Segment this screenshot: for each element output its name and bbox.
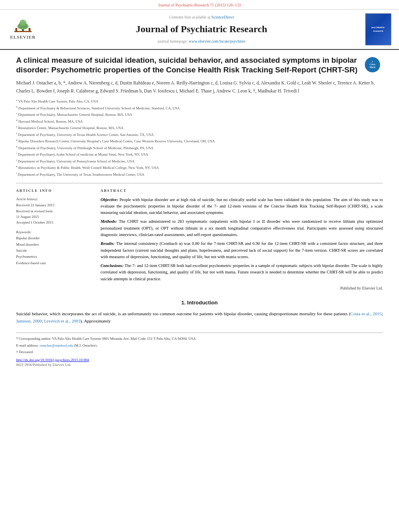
keyword-1: Bipolar disorder [16, 235, 93, 241]
footnote-deceased: † Deceased. [16, 349, 383, 355]
crossmark-badge: ✓CrossMark [365, 57, 380, 72]
affiliation-j: j Department of Psychiatry, University o… [16, 158, 383, 164]
section-title: Introduction [187, 300, 218, 306]
sciencedirect-anchor[interactable]: ScienceDirect [211, 15, 234, 19]
keyword-2: Mood disorders [16, 242, 93, 248]
doi-line: http://dx.doi.org/10.1016/j.jpsychires.2… [16, 357, 383, 363]
keywords-title: Keywords: [16, 230, 93, 235]
revised-label: Received in revised form [16, 208, 93, 214]
methods-text: The CHRT was administered to 283 symptom… [101, 219, 383, 237]
affiliation-h: h Department of Psychiatry, University o… [16, 145, 383, 151]
affiliation-c: c Department of Psychiatry, Massachusett… [16, 111, 383, 118]
methods-label: Methods: [101, 219, 117, 224]
conclusions-label: Conclusions: [101, 263, 123, 268]
affiliation-b: b Department of Psychiatry & Behavioral … [16, 105, 383, 111]
affiliation-d: d Harvard Medical School, Boston, MA, US… [16, 118, 383, 125]
elsevier-label: ELSEVIER [10, 34, 36, 40]
journal-bar: Journal of Psychiatric Research 71 (2015… [0, 0, 399, 10]
affiliation-k: k Biostatistics in Psychiatry & Public H… [16, 164, 383, 171]
abstract-results: Results: The internal consistency (Cronb… [101, 240, 383, 260]
keyword-4: Psychometrics [16, 254, 93, 260]
accepted-date: Accepted 1 October 2015 [16, 220, 93, 225]
affiliation-i: i Department of Psychiatry, Icahn School… [16, 151, 383, 158]
article-title-section: A clinical measure of suicidal ideation,… [16, 55, 383, 75]
affiliation-g: g Bipolar Disorders Research Center, Uni… [16, 138, 383, 144]
objective-label: Objective: [101, 197, 118, 202]
introduction-section: 1. Introduction Suicidal behavior, which… [16, 299, 383, 325]
abstract-objective: Objective: People with bipolar disorder … [101, 197, 383, 216]
article-info-column: ARTICLE INFO Article history: Received 2… [16, 188, 93, 291]
crossmark-icon: ✓CrossMark [370, 61, 376, 69]
sciencedirect-link: Contents lists available at ScienceDirec… [45, 14, 358, 20]
footnotes-section: * Corresponding author. VA Palo Alto Hea… [16, 333, 383, 368]
keywords-list: Bipolar disorder Mood disorders Suicide … [16, 235, 93, 266]
journal-header: ELSEVIER Contents lists available at Sci… [0, 10, 399, 50]
affiliation-e: e Biostatistics Center, Massachusetts Ge… [16, 125, 383, 131]
svg-rect-7 [14, 31, 31, 32]
journal-homepage-line: journal homepage: www.elsevier.com/locat… [45, 39, 358, 44]
introduction-text: Suicidal behavior, which incorporates th… [16, 310, 383, 325]
authors-list: Michael J. Ostacher a, b, *, Andrew A. N… [16, 79, 383, 95]
tree-svg-icon [13, 18, 33, 33]
elsevier-logo-section: ELSEVIER [5, 13, 41, 46]
revised-date: 11 August 2015 [16, 214, 93, 220]
affiliation-a: a VA Palo Alto Health Care System, Palo … [16, 98, 383, 105]
svg-point-4 [20, 20, 27, 26]
results-label: Results: [101, 241, 115, 246]
received-date: Received 22 January 2015 [16, 202, 93, 208]
citation-leverich[interactable]: Leverich et al., 2003 [44, 318, 80, 323]
introduction-title: 1. Introduction [16, 299, 383, 306]
abstract-column: ABSTRACT Objective: People with bipolar … [101, 188, 383, 291]
issn-line: 0022-3956/Published by Elsevier Ltd. [16, 362, 383, 368]
crossmark-section: ✓CrossMark [365, 57, 383, 72]
journal-cover-image: psychiatric research [365, 13, 391, 45]
journal-citation: Journal of Psychiatric Research 71 (2015… [158, 3, 241, 7]
history-label: Article history: [16, 197, 93, 202]
abstract-methods: Methods: The CHRT was administered to 28… [101, 218, 383, 238]
keyword-3: Suicide [16, 248, 93, 254]
objective-text: People with bipolar disorder are at high… [101, 197, 383, 215]
journal-title-section: Contents lists available at ScienceDirec… [41, 13, 362, 46]
journal-url[interactable]: www.elsevier.com/locate/psychires [189, 39, 245, 43]
affiliation-l: l Department of Psychiatry, The Universi… [16, 171, 383, 178]
article-info-abstract-section: ARTICLE INFO Article history: Received 2… [16, 188, 383, 291]
keyword-5: Evidence-based care [16, 260, 93, 266]
cover-title-text: psychiatric research [367, 26, 389, 33]
conclusions-text: The 7- and 12-item CHRT-SR both had exce… [101, 263, 383, 281]
citation-costa[interactable]: Costa et al., 2015 [350, 311, 382, 316]
citation-jamison[interactable]: Jamison, 2000 [16, 318, 42, 323]
main-content: A clinical measure of suicidal ideation,… [0, 50, 399, 373]
results-text: The internal consistency (Cronbach α) wa… [101, 241, 383, 259]
section-number: 1. [181, 300, 186, 306]
doi-link[interactable]: http://dx.doi.org/10.1016/j.jpsychires.2… [16, 358, 89, 362]
abstract-conclusions: Conclusions: The 7- and 12-item CHRT-SR … [101, 263, 383, 282]
abstract-header: ABSTRACT [101, 188, 383, 193]
divider-1 [16, 183, 383, 183]
journal-cover-section: psychiatric research [362, 13, 394, 46]
footnote-email: E-mail address: ostacher@stanford.edu (M… [16, 343, 383, 349]
abstract-text: Objective: People with bipolar disorder … [101, 197, 383, 282]
article-info-header: ARTICLE INFO [16, 188, 93, 193]
affiliation-f: f Department of Psychiatry, University o… [16, 131, 383, 138]
journal-main-title: Journal of Psychiatric Research [45, 23, 358, 36]
elsevier-logo: ELSEVIER [9, 18, 37, 40]
published-by: Published by Elsevier Ltd. [101, 286, 383, 291]
article-title: A clinical measure of suicidal ideation,… [16, 55, 361, 75]
affiliations-section: a VA Palo Alto Health Care System, Palo … [16, 98, 383, 177]
footnote-corresponding: * Corresponding author. VA Palo Alto Hea… [16, 336, 383, 342]
email-link[interactable]: ostacher@stanford.edu [39, 343, 73, 347]
